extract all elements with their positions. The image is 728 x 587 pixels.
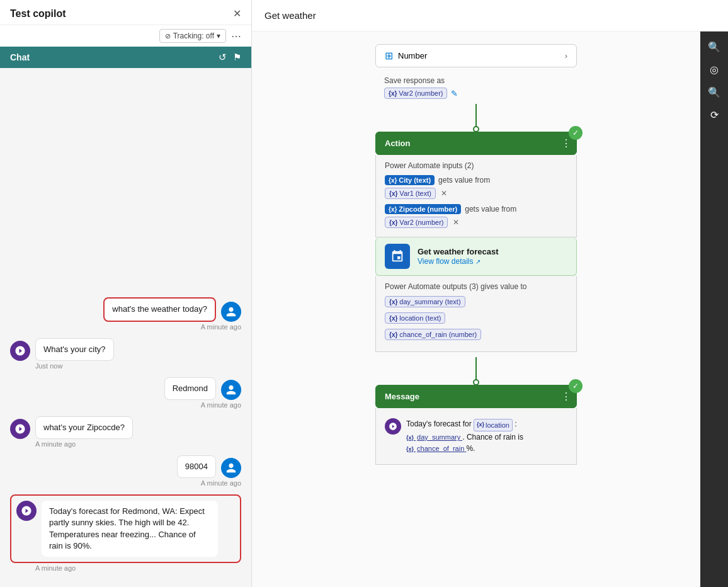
day-summary-var-inline: {x} day_summary bbox=[406, 433, 462, 441]
refresh-icon[interactable]: ↺ bbox=[219, 52, 227, 63]
number-node: ⊞ Number › bbox=[375, 44, 577, 67]
chance-of-rain-var-inline: {x} chance_of_rain bbox=[406, 445, 466, 452]
var-icon: {x} bbox=[389, 331, 397, 338]
message-group-6: Today's forecast for Redmond, WA: Expect… bbox=[10, 494, 241, 572]
message-text: what's your Zipcocde? bbox=[43, 423, 125, 432]
var2-badge-2: {x} Var2 (number) bbox=[385, 217, 448, 228]
gets-value-text: gets value from bbox=[438, 176, 490, 185]
flag-icon[interactable]: ⚑ bbox=[233, 52, 241, 63]
chance-of-rain-text: . Chance of rain is bbox=[462, 433, 523, 442]
message-content-section: Today's forecast for {x} location : {x} bbox=[375, 408, 577, 465]
more-button[interactable]: ⋯ bbox=[231, 30, 241, 42]
city-row: {x} City (text) gets value from bbox=[385, 175, 567, 185]
timestamp: A minute ago bbox=[10, 323, 241, 331]
highlighted-bot-group: Today's forecast for Redmond, WA: Expect… bbox=[10, 494, 241, 563]
message-text: what's the weather today? bbox=[112, 304, 207, 314]
message-node-text: Today's forecast for {x} location : {x} bbox=[406, 418, 523, 454]
message-row: What's your city? bbox=[10, 338, 241, 361]
message-node-content: Today's forecast for {x} location : {x} bbox=[385, 414, 567, 458]
avatar bbox=[221, 458, 241, 478]
panel-title: Test copilot bbox=[10, 8, 66, 20]
message-row: what's the weather today? bbox=[10, 297, 241, 321]
remove-var2-button[interactable]: ✕ bbox=[453, 218, 459, 227]
chat-body: what's the weather today? A minute ago W… bbox=[0, 68, 251, 587]
close-button[interactable]: ✕ bbox=[233, 8, 241, 20]
output1-row: {x} day_summary (text) bbox=[385, 296, 567, 310]
table-icon: ⊞ bbox=[385, 50, 393, 62]
var-icon: {x} bbox=[389, 219, 397, 226]
left-header: Test copilot ✕ bbox=[0, 0, 251, 25]
save-response-section: Save response as {x} Var2 (number) ✎ bbox=[375, 72, 577, 101]
zoom-out-button[interactable]: 🔍 bbox=[704, 82, 724, 102]
view-flow-details-text: View flow details bbox=[418, 257, 474, 266]
bot-bubble: what's your Zipcocde? bbox=[35, 416, 133, 439]
bot-avatar bbox=[16, 501, 37, 521]
connector-1 bbox=[475, 104, 477, 129]
tracking-label: Tracking: off bbox=[173, 31, 214, 40]
message-group-3: Redmond A minute ago bbox=[10, 377, 241, 409]
timestamp: A minute ago bbox=[10, 479, 241, 487]
remove-var1-button[interactable]: ✕ bbox=[441, 189, 447, 198]
var-icon: {x} bbox=[389, 299, 397, 305]
zoom-in-button[interactable]: 🔍 bbox=[704, 37, 724, 57]
chevron-down-icon: ▾ bbox=[217, 31, 220, 40]
city-label: City (text) bbox=[399, 176, 431, 184]
var2-row: {x} Var2 (number) ✕ bbox=[385, 217, 567, 228]
view-flow-details-link[interactable]: View flow details ↗ bbox=[418, 257, 481, 266]
center-icon: ◎ bbox=[710, 64, 719, 76]
message-prefix: Today's forecast for bbox=[406, 419, 472, 428]
day-summary-label: day_summary (text) bbox=[399, 298, 460, 305]
bot-avatar bbox=[10, 341, 30, 361]
timestamp: A minute ago bbox=[35, 564, 241, 572]
output2-row: {x} location (text) bbox=[385, 312, 567, 326]
edit-icon[interactable]: ✎ bbox=[451, 89, 458, 98]
tracking-icon: ⊘ bbox=[165, 32, 171, 40]
message-menu-icon[interactable]: ⋮ bbox=[561, 390, 571, 402]
timestamp: A minute ago bbox=[10, 401, 241, 409]
var-icon: {x} bbox=[389, 206, 397, 213]
city-badge: {x} City (text) bbox=[385, 175, 435, 185]
message-row: what's your Zipcocde? bbox=[10, 416, 241, 439]
chance-of-rain-badge: {x} chance_of_rain (number) bbox=[385, 329, 481, 340]
center-button[interactable]: ◎ bbox=[704, 59, 724, 79]
var2-label: Var2 (number) bbox=[399, 89, 443, 97]
chat-header-icons: ↺ ⚑ bbox=[219, 52, 241, 63]
pa-outputs-section: Power Automate outputs (3) gives value t… bbox=[375, 276, 577, 352]
flow-icon bbox=[385, 244, 410, 269]
var1-badge: {x} Var1 (text) bbox=[385, 188, 436, 199]
tracking-button[interactable]: ⊘ Tracking: off ▾ bbox=[159, 29, 226, 43]
var-icon: {x} bbox=[389, 90, 397, 97]
pa-inputs-section: Power Automate inputs (2) {x} City (text… bbox=[375, 155, 577, 237]
var-icon: {x} bbox=[389, 315, 397, 322]
message-suffix: : bbox=[515, 419, 516, 428]
right-content: ⊞ Number › Save response as {x} Var2 (nu… bbox=[252, 31, 728, 587]
flow-title: Get weather forecast bbox=[418, 247, 499, 256]
bot-avatar bbox=[10, 419, 30, 439]
chance-of-rain-var-label: chance_of_rain bbox=[417, 445, 464, 452]
zoom-out-icon: 🔍 bbox=[708, 86, 720, 98]
action-menu-icon[interactable]: ⋮ bbox=[561, 137, 571, 149]
toolbar: ⊘ Tracking: off ▾ ⋯ bbox=[0, 25, 251, 47]
external-link-icon: ↗ bbox=[475, 258, 481, 265]
message-text: Redmond bbox=[173, 384, 208, 393]
action-node: ✓ Action ⋮ bbox=[375, 132, 577, 155]
zipcode-badge: {x} Zipcode (number) bbox=[385, 204, 461, 214]
history-button[interactable]: ⟳ bbox=[704, 105, 724, 125]
message-text: 98004 bbox=[185, 462, 208, 471]
pa-inputs-label: Power Automate inputs (2) bbox=[385, 161, 567, 170]
message-node: ✓ Message ⋮ bbox=[375, 385, 577, 408]
message-group-4: what's your Zipcocde? A minute ago bbox=[10, 416, 241, 448]
history-icon: ⟳ bbox=[710, 109, 719, 121]
bot-bubble: Today's forecast for Redmond, WA: Expect… bbox=[42, 501, 218, 557]
percent-suffix: %. bbox=[466, 444, 475, 453]
user-bubble: Redmond bbox=[164, 377, 216, 400]
var1-row: {x} Var1 (text) ✕ bbox=[385, 188, 567, 199]
var1-label: Var1 (text) bbox=[399, 190, 431, 197]
day-summary-var-label: day_summary bbox=[417, 433, 460, 441]
location-var-label: location bbox=[486, 420, 509, 431]
chevron-right-icon: › bbox=[565, 51, 567, 60]
message-text: What's your city? bbox=[43, 345, 106, 354]
save-response-label: Save response as bbox=[384, 76, 577, 85]
message-group-2: What's your city? Just now bbox=[10, 338, 241, 370]
message-group-5: 98004 A minute ago bbox=[10, 455, 241, 487]
